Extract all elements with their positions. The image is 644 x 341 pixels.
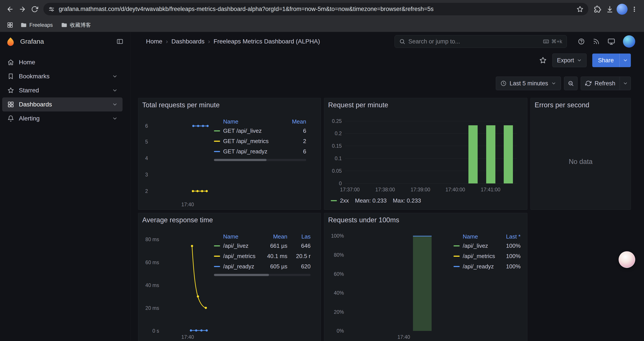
back-icon[interactable] [4, 3, 16, 15]
sidebar-item-alerting[interactable]: Alerting [2, 112, 122, 126]
extensions-icon[interactable] [592, 3, 604, 15]
series-color-dash [454, 266, 460, 267]
apps-grid-icon[interactable] [5, 20, 15, 30]
sidebar-item-starred[interactable]: Starred [2, 83, 122, 97]
assistant-avatar[interactable] [618, 251, 635, 268]
breadcrumb-dashboards[interactable]: Dashboards [172, 38, 204, 45]
refresh-button-group: Refresh [581, 77, 631, 90]
keyboard-icon [543, 38, 549, 45]
breadcrumb: Home › Dashboards › Freeleaps Metrics Da… [131, 38, 320, 45]
reload-icon[interactable] [28, 3, 41, 15]
series-name[interactable]: GET /api/_readyz [223, 148, 280, 155]
url-bar[interactable]: grafana.mathmast.com/d/deytv4rwavabkb/fr… [44, 3, 588, 15]
x-tick: 17:37:00 [340, 187, 360, 192]
news-rss-icon[interactable] [593, 38, 600, 45]
legend-table: Name Mean Las /api/_livez 661 µs 646 /ap… [214, 232, 317, 276]
panel-requests-under-100ms[interactable]: Requests under 100ms 100% 80% 60% 40% 20… [324, 213, 528, 341]
panel-errors-per-second[interactable]: Errors per second No data [530, 98, 631, 210]
y-tick: 0 s [138, 328, 159, 334]
legend-header-name[interactable]: Name [214, 118, 280, 125]
panel-title: Errors per second [534, 101, 590, 109]
legend-header-mean[interactable]: Mean [280, 118, 306, 125]
grafana-logo[interactable] [6, 37, 15, 46]
y-tick: 0.15 [324, 143, 342, 149]
y-tick: 20 ms [138, 305, 159, 311]
y-tick: 2 [138, 188, 148, 194]
series-color-dash [214, 256, 220, 257]
site-info-icon[interactable] [48, 6, 55, 13]
series-name[interactable]: /api/_readyz [223, 263, 264, 270]
search-input[interactable]: Search or jump to... ⌘+k [394, 35, 567, 48]
zoom-out-button[interactable] [564, 77, 578, 90]
series-last: 646 [287, 242, 310, 249]
export-button[interactable]: Export [552, 54, 586, 67]
y-tick: 20% [324, 309, 344, 315]
bookmark-folder-freeleaps[interactable]: Freeleaps [18, 20, 56, 30]
legend-row[interactable]: /api/_metrics 40.1 ms 20.5 r [214, 251, 310, 261]
series-name[interactable]: GET /api/_livez [223, 128, 280, 134]
legend-series-2xx[interactable]: 2xx [331, 197, 349, 204]
series-last: 100% [496, 242, 520, 249]
monitor-icon[interactable] [608, 38, 615, 45]
panel-average-response-time[interactable]: Average response time 80 ms 60 ms 40 ms … [138, 213, 321, 341]
legend-header-name[interactable]: Name [454, 233, 496, 240]
legend-row[interactable]: /api/_readyz 100% [454, 261, 520, 272]
y-tick: 4 [138, 155, 148, 161]
series-name[interactable]: /api/_metrics [223, 253, 264, 260]
downloads-icon[interactable] [604, 3, 616, 15]
breadcrumb-home[interactable]: Home [146, 38, 162, 45]
share-button[interactable]: Share [592, 54, 620, 67]
sidebar-item-bookmarks[interactable]: Bookmarks [2, 69, 122, 83]
series-name[interactable]: /api/_metrics [463, 253, 496, 260]
legend-row[interactable]: GET /api/_livez 6 [214, 126, 306, 136]
refresh-interval-dropdown[interactable] [620, 77, 631, 90]
chevron-down-icon[interactable] [112, 116, 118, 121]
y-tick: 6 [138, 123, 148, 129]
y-tick: 0.1 [324, 156, 342, 161]
legend-header-last[interactable]: Las [287, 233, 310, 240]
series-name[interactable]: /api/_livez [463, 242, 496, 249]
chevron-down-icon[interactable] [112, 102, 118, 107]
panel-total-requests[interactable]: Total requests per minute 6 5 4 3 2 17:4… [138, 98, 321, 210]
panel-request-per-minute[interactable]: Request per minute 0.25 0.2 0.15 0.1 0.0… [324, 98, 528, 210]
zoom-out-icon [568, 80, 574, 87]
bookmark-folder-blogs[interactable]: 收藏博客 [58, 20, 94, 30]
legend-row[interactable]: /api/_livez 661 µs 646 [214, 241, 310, 251]
chevron-down-icon[interactable] [112, 74, 118, 79]
browser-menu-icon[interactable] [628, 3, 640, 15]
series-name[interactable]: /api/_livez [223, 242, 264, 249]
sidebar-item-dashboards[interactable]: Dashboards [2, 97, 122, 112]
chevron-down-icon[interactable] [112, 88, 118, 93]
legend-row[interactable]: /api/_livez 100% [454, 241, 520, 251]
favorite-star-icon[interactable] [539, 57, 547, 64]
legend: 2xx Mean: 0.233 Max: 0.233 [331, 197, 421, 204]
chevron-down-icon [577, 58, 582, 63]
bookmarks-bar: Freeleaps 收藏博客 [0, 18, 644, 32]
folder-icon [61, 22, 67, 28]
share-dropdown-button[interactable] [620, 54, 631, 67]
series-name[interactable]: /api/_readyz [463, 263, 496, 270]
legend-row[interactable]: GET /api/_metrics 2 [214, 136, 306, 146]
legend-scrollbar[interactable] [214, 274, 310, 276]
sidebar-toggle-icon[interactable] [116, 38, 124, 45]
bookmark-star-icon[interactable] [576, 6, 584, 13]
x-tick: 17:38:00 [375, 187, 395, 192]
url-text: grafana.mathmast.com/d/deytv4rwavabkb/fr… [59, 6, 434, 13]
legend-scrollbar[interactable] [214, 159, 306, 161]
refresh-button[interactable]: Refresh [581, 77, 620, 90]
profile-avatar[interactable] [616, 3, 628, 15]
legend-header-name[interactable]: Name [214, 233, 264, 240]
series-name[interactable]: GET /api/_metrics [223, 138, 280, 145]
legend-header-mean[interactable]: Mean [264, 233, 287, 240]
legend-row[interactable]: GET /api/_readyz 6 [214, 146, 306, 157]
legend-header-last[interactable]: Last * [496, 233, 520, 240]
forward-icon[interactable] [16, 3, 28, 15]
time-range-picker[interactable]: Last 5 minutes [496, 77, 561, 90]
help-icon[interactable] [578, 38, 585, 45]
user-avatar[interactable] [623, 35, 635, 48]
legend-row[interactable]: /api/_metrics 100% [454, 251, 520, 261]
sidebar-item-home[interactable]: Home [2, 55, 122, 69]
y-tick: 3 [138, 172, 148, 178]
panel-title: Average response time [142, 216, 213, 224]
legend-row[interactable]: /api/_readyz 605 µs 620 [214, 261, 310, 272]
